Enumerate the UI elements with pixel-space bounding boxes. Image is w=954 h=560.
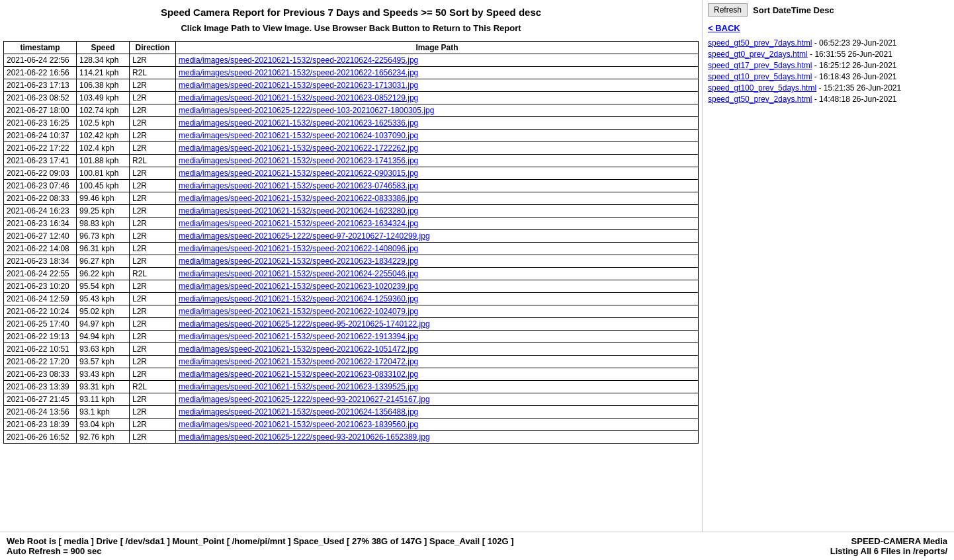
speed-cell: 93.11 kph	[77, 393, 130, 406]
report-link[interactable]: speed_gt50_prev_7days.html	[708, 38, 812, 48]
image-path-link[interactable]: media/images/speed-20210625-1222/speed-1…	[179, 106, 434, 115]
direction-cell: L2R	[130, 54, 176, 67]
image-path-cell: media/images/speed-20210625-1222/speed-9…	[176, 230, 699, 243]
image-path-link[interactable]: media/images/speed-20210621-1532/speed-2…	[179, 194, 418, 203]
image-path-link[interactable]: media/images/speed-20210621-1532/speed-2…	[179, 332, 418, 341]
image-path-link[interactable]: media/images/speed-20210621-1532/speed-2…	[179, 131, 418, 140]
image-path-link[interactable]: media/images/speed-20210621-1532/speed-2…	[179, 420, 418, 429]
timestamp-cell: 2021-06-25 17:40	[4, 318, 77, 331]
image-path-link[interactable]: media/images/speed-20210621-1532/speed-2…	[179, 206, 418, 216]
image-path-cell: media/images/speed-20210621-1532/speed-2…	[176, 117, 699, 130]
image-path-link[interactable]: media/images/speed-20210625-1222/speed-9…	[179, 432, 430, 442]
speed-cell: 92.76 kph	[77, 431, 130, 444]
image-path-link[interactable]: media/images/speed-20210621-1532/speed-2…	[179, 344, 418, 354]
direction-cell: L2R	[130, 230, 176, 243]
page-subtitle: Click Image Path to View Image. Use Brow…	[3, 23, 699, 33]
col-header-speed: Speed	[77, 42, 130, 54]
image-path-link[interactable]: media/images/speed-20210621-1532/speed-2…	[179, 407, 418, 417]
speed-cell: 100.81 kph	[77, 167, 130, 180]
image-path-link[interactable]: media/images/speed-20210625-1222/speed-9…	[179, 395, 430, 404]
table-row: 2021-06-22 14:0896.31 kphL2Rmedia/images…	[4, 243, 699, 255]
timestamp-cell: 2021-06-22 17:22	[4, 142, 77, 155]
speed-cell: 98.83 kph	[77, 218, 130, 230]
timestamp-cell: 2021-06-22 09:03	[4, 167, 77, 180]
image-path-cell: media/images/speed-20210621-1532/speed-2…	[176, 67, 699, 79]
image-path-cell: media/images/speed-20210621-1532/speed-2…	[176, 343, 699, 356]
speed-cell: 96.31 kph	[77, 243, 130, 255]
image-path-link[interactable]: media/images/speed-20210621-1532/speed-2…	[179, 294, 418, 303]
image-path-link[interactable]: media/images/speed-20210621-1532/speed-2…	[179, 219, 418, 228]
image-path-link[interactable]: media/images/speed-20210621-1532/speed-2…	[179, 244, 418, 253]
direction-cell: L2R	[130, 142, 176, 155]
image-path-link[interactable]: media/images/speed-20210621-1532/speed-2…	[179, 357, 418, 366]
table-row: 2021-06-24 10:37102.42 kphL2Rmedia/image…	[4, 130, 699, 142]
image-path-cell: media/images/speed-20210625-1222/speed-9…	[176, 431, 699, 444]
image-path-link[interactable]: media/images/speed-20210625-1222/speed-9…	[179, 319, 430, 329]
direction-cell: L2R	[130, 305, 176, 318]
table-row: 2021-06-23 08:3393.43 kphL2Rmedia/images…	[4, 368, 699, 381]
image-path-link[interactable]: media/images/speed-20210621-1532/speed-2…	[179, 181, 418, 190]
timestamp-cell: 2021-06-23 07:46	[4, 180, 77, 192]
back-link[interactable]: < BACK	[708, 23, 949, 33]
image-path-cell: media/images/speed-20210621-1532/speed-2…	[176, 180, 699, 192]
report-link-item: speed_gt17_prev_5days.html - 16:25:12 26…	[708, 61, 949, 70]
speed-cell: 102.74 kph	[77, 104, 130, 117]
table-row: 2021-06-22 08:3399.46 kphL2Rmedia/images…	[4, 192, 699, 205]
timestamp-cell: 2021-06-23 17:13	[4, 79, 77, 92]
table-row: 2021-06-26 16:5292.76 kphL2Rmedia/images…	[4, 431, 699, 444]
speed-cell: 106.38 kph	[77, 79, 130, 92]
image-path-cell: media/images/speed-20210621-1532/speed-2…	[176, 406, 699, 419]
footer-left-line2: Auto Refresh = 900 sec	[7, 546, 513, 556]
image-path-cell: media/images/speed-20210621-1532/speed-2…	[176, 293, 699, 305]
direction-cell: R2L	[130, 155, 176, 167]
report-link[interactable]: speed_gt17_prev_5days.html	[708, 61, 812, 70]
report-link[interactable]: speed_gt50_prev_2days.html	[708, 95, 812, 104]
table-row: 2021-06-27 12:4096.73 kphL2Rmedia/images…	[4, 230, 699, 243]
speed-cell: 93.63 kph	[77, 343, 130, 356]
speed-cell: 102.5 kph	[77, 117, 130, 130]
refresh-button[interactable]: Refresh	[708, 3, 748, 17]
table-row: 2021-06-27 18:00102.74 kphL2Rmedia/image…	[4, 104, 699, 117]
image-path-link[interactable]: media/images/speed-20210621-1532/speed-2…	[179, 143, 418, 153]
report-link[interactable]: speed_gt0_prev_2days.html	[708, 50, 808, 59]
direction-cell: L2R	[130, 167, 176, 180]
direction-cell: L2R	[130, 331, 176, 343]
image-path-link[interactable]: media/images/speed-20210621-1532/speed-2…	[179, 169, 418, 178]
image-path-link[interactable]: media/images/speed-20210621-1532/speed-2…	[179, 56, 418, 65]
image-path-link[interactable]: media/images/speed-20210621-1532/speed-2…	[179, 93, 418, 102]
table-row: 2021-06-27 21:4593.11 kphL2Rmedia/images…	[4, 393, 699, 406]
image-path-link[interactable]: media/images/speed-20210621-1532/speed-2…	[179, 118, 418, 128]
speed-cell: 93.04 kph	[77, 419, 130, 431]
image-path-cell: media/images/speed-20210621-1532/speed-2…	[176, 331, 699, 343]
timestamp-cell: 2021-06-27 21:45	[4, 393, 77, 406]
direction-cell: L2R	[130, 419, 176, 431]
image-path-link[interactable]: media/images/speed-20210621-1532/speed-2…	[179, 282, 418, 291]
image-path-link[interactable]: media/images/speed-20210621-1532/speed-2…	[179, 307, 418, 316]
direction-cell: L2R	[130, 293, 176, 305]
table-row: 2021-06-23 18:3993.04 kphL2Rmedia/images…	[4, 419, 699, 431]
speed-cell: 128.34 kph	[77, 54, 130, 67]
table-row: 2021-06-23 16:25102.5 kphL2Rmedia/images…	[4, 117, 699, 130]
speed-cell: 94.94 kph	[77, 331, 130, 343]
image-path-link[interactable]: media/images/speed-20210621-1532/speed-2…	[179, 81, 418, 90]
image-path-link[interactable]: media/images/speed-20210621-1532/speed-2…	[179, 370, 418, 379]
image-path-link[interactable]: media/images/speed-20210621-1532/speed-2…	[179, 257, 418, 266]
image-path-link[interactable]: media/images/speed-20210621-1532/speed-2…	[179, 269, 418, 278]
image-path-link[interactable]: media/images/speed-20210625-1222/speed-9…	[179, 231, 430, 241]
direction-cell: L2R	[130, 130, 176, 142]
table-row: 2021-06-22 17:2093.57 kphL2Rmedia/images…	[4, 356, 699, 368]
direction-cell: L2R	[130, 393, 176, 406]
direction-cell: L2R	[130, 243, 176, 255]
report-link[interactable]: speed_gt10_prev_5days.html	[708, 72, 812, 81]
data-table: timestamp Speed Direction Image Path 202…	[3, 41, 699, 444]
image-path-link[interactable]: media/images/speed-20210621-1532/speed-2…	[179, 382, 418, 391]
image-path-link[interactable]: media/images/speed-20210621-1532/speed-2…	[179, 156, 418, 165]
image-path-cell: media/images/speed-20210625-1222/speed-9…	[176, 393, 699, 406]
report-link[interactable]: speed_gt100_prev_5days.html	[708, 83, 816, 93]
image-path-link[interactable]: media/images/speed-20210621-1532/speed-2…	[179, 68, 418, 77]
table-row: 2021-06-22 19:1394.94 kphL2Rmedia/images…	[4, 331, 699, 343]
speed-cell: 114.21 kph	[77, 67, 130, 79]
image-path-cell: media/images/speed-20210621-1532/speed-2…	[176, 205, 699, 218]
timestamp-cell: 2021-06-22 08:33	[4, 192, 77, 205]
timestamp-cell: 2021-06-23 08:52	[4, 92, 77, 104]
